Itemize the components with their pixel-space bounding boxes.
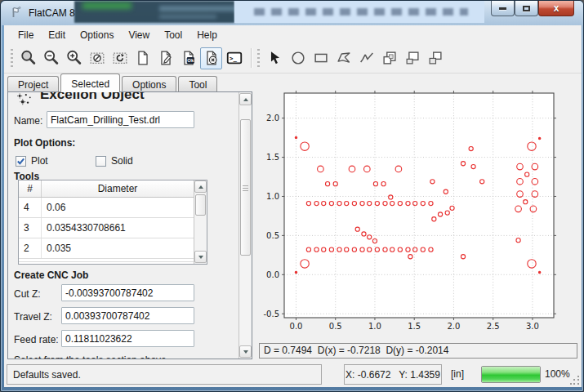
- tool-number-cell[interactable]: 4: [19, 198, 42, 217]
- tab-tool[interactable]: Tool: [178, 76, 217, 92]
- svg-text:0.5: 0.5: [329, 322, 342, 331]
- toolbar-drag-handle[interactable]: [257, 49, 260, 67]
- cut-z-input[interactable]: [61, 284, 194, 301]
- cancel-file-icon: [203, 49, 221, 67]
- clear-plot-button[interactable]: [86, 47, 108, 69]
- svg-text:0.5: 0.5: [266, 231, 279, 240]
- scroll-down-arrow[interactable]: [194, 251, 207, 263]
- svg-text:-0.5: -0.5: [263, 310, 279, 318]
- tool-diameter-cell[interactable]: 0.06: [42, 198, 194, 217]
- replot-button[interactable]: [109, 47, 131, 69]
- draw-polygon-button[interactable]: [332, 47, 354, 69]
- scroll-down-arrow[interactable]: [239, 345, 252, 358]
- tool-row[interactable]: 30.0354330708661: [19, 218, 207, 238]
- title-bar[interactable]: FlatCAM 8 x: [1, 1, 584, 25]
- zoom-out-button[interactable]: [40, 47, 62, 69]
- close-button[interactable]: x: [538, 1, 574, 16]
- panel-content: Excellon Object Name: Plot Options: Plot…: [9, 92, 238, 359]
- name-label: Name:: [14, 115, 42, 127]
- plot-canvas[interactable]: 0.00.51.01.52.02.53.0-0.50.00.51.01.52.0: [259, 82, 578, 340]
- scroll-up-arrow[interactable]: [239, 93, 252, 105]
- panel-title: Excellon Object: [40, 92, 145, 103]
- down-arrow-icon: [198, 256, 203, 259]
- scroll-up-arrow[interactable]: [194, 180, 207, 193]
- duplicate-geometry-button[interactable]: [424, 47, 446, 69]
- tab-options[interactable]: Options: [122, 76, 176, 92]
- cancel-file-button[interactable]: [200, 47, 222, 69]
- new-file-button[interactable]: [132, 47, 154, 69]
- tab-project[interactable]: Project: [7, 76, 59, 92]
- copy-geometry-button[interactable]: [378, 47, 400, 69]
- command-line-icon: >_: [225, 49, 243, 67]
- menu-item-file[interactable]: File: [11, 27, 41, 43]
- resize-grip[interactable]: [570, 376, 580, 385]
- menu-item-tool[interactable]: Tool: [157, 27, 189, 43]
- menu-item-edit[interactable]: Edit: [41, 27, 73, 43]
- tools-column-header[interactable]: Diameter: [42, 180, 194, 197]
- drill-hole-marker: [295, 271, 296, 273]
- toolbar: Ok>_: [4, 43, 582, 74]
- tool-number-cell[interactable]: 2: [19, 238, 42, 258]
- tools-table-scrollbar[interactable]: [194, 180, 207, 264]
- zoom-fit-icon: [20, 49, 38, 67]
- tool-row[interactable]: 40.06: [19, 198, 207, 218]
- tool-diameter-cell[interactable]: 0.0354330708661: [42, 218, 194, 238]
- svg-text:0.0: 0.0: [266, 270, 279, 279]
- plot-checkbox-box[interactable]: [16, 156, 26, 167]
- scroll-thumb[interactable]: [240, 119, 251, 256]
- svg-text:2.5: 2.5: [487, 322, 500, 331]
- tool-row[interactable]: 20.035: [19, 238, 207, 259]
- menu-item-view[interactable]: View: [121, 27, 157, 43]
- move-geometry-button[interactable]: [401, 47, 423, 69]
- progress-bar: [481, 366, 541, 383]
- svg-text:0.0: 0.0: [290, 322, 303, 331]
- name-input[interactable]: [47, 111, 194, 128]
- tools-table[interactable]: #Diameter 40.0630.035433070866120.035: [18, 180, 207, 265]
- scroll-thumb[interactable]: [195, 194, 206, 216]
- toolbar-drag-handle[interactable]: [11, 49, 13, 67]
- cursor-coordinates: X: -0.6672 Y: 1.4359: [344, 364, 442, 385]
- svg-text:2.0: 2.0: [448, 322, 461, 331]
- draw-circle-button[interactable]: [287, 47, 309, 69]
- feed-rate-input[interactable]: [61, 330, 194, 347]
- select-arrow-icon: [266, 49, 284, 67]
- maximize-icon: [523, 6, 530, 11]
- tools-column-header[interactable]: #: [19, 180, 42, 197]
- copy-geometry-icon: [381, 49, 399, 67]
- new-file-icon: [134, 49, 152, 67]
- zoom-fit-button[interactable]: [17, 47, 39, 69]
- select-arrow-button[interactable]: [264, 47, 286, 69]
- scatter-plot: 0.00.51.01.52.02.53.0-0.50.00.51.01.52.0: [259, 82, 578, 340]
- svg-text:3.0: 3.0: [526, 322, 539, 331]
- minimize-button[interactable]: [491, 1, 515, 16]
- tool-row-partial: [19, 259, 207, 262]
- selected-object-panel: Excellon Object Name: Plot Options: Plot…: [7, 91, 252, 359]
- menu-item-options[interactable]: Options: [73, 27, 121, 43]
- draw-rectangle-button[interactable]: [310, 47, 332, 69]
- accept-file-button[interactable]: Ok: [177, 47, 199, 69]
- menu-item-help[interactable]: Help: [189, 27, 225, 43]
- checkbox-label: Plot: [31, 155, 48, 167]
- panel-scrollbar[interactable]: [239, 92, 252, 359]
- travel-z-input[interactable]: [61, 307, 194, 324]
- progress-fill: [482, 367, 540, 382]
- checkbox-solid[interactable]: Solid: [96, 155, 133, 167]
- checkbox-plot[interactable]: Plot: [16, 155, 48, 167]
- tool-number-cell[interactable]: 3: [19, 218, 42, 238]
- draw-path-button[interactable]: [355, 47, 377, 69]
- draw-rectangle-icon: [312, 49, 330, 67]
- window-title: FlatCAM 8: [29, 7, 75, 19]
- command-line-button[interactable]: >_: [223, 47, 245, 69]
- solid-checkbox-box[interactable]: [96, 156, 106, 167]
- edit-file-button[interactable]: [154, 47, 176, 69]
- svg-text:1.0: 1.0: [368, 322, 381, 331]
- tab-selected[interactable]: Selected: [60, 74, 120, 92]
- zoom-in-button[interactable]: [63, 47, 85, 69]
- check-icon: [16, 157, 25, 166]
- accept-file-icon: Ok: [180, 49, 198, 67]
- minimize-icon: [499, 7, 506, 10]
- maximize-button[interactable]: [515, 1, 538, 16]
- toolbar-separator: [251, 48, 252, 68]
- drill-hole-marker: [538, 137, 540, 139]
- tool-diameter-cell[interactable]: 0.035: [42, 238, 194, 258]
